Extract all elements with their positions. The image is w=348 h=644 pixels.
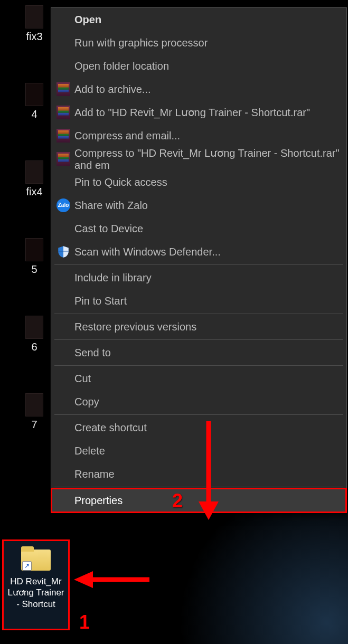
desktop-file-4[interactable]: 4: [16, 83, 53, 120]
shortcut-overlay-icon: ↗: [22, 561, 32, 571]
menu-delete[interactable]: Delete: [51, 439, 346, 462]
menu-cast-device[interactable]: Cast to Device: [51, 217, 346, 240]
winrar-icon: [57, 152, 70, 166]
menu-separator: [54, 264, 343, 265]
annotation-step-2: 2: [172, 490, 183, 512]
menu-rename[interactable]: Rename: [51, 462, 346, 486]
menu-add-archive[interactable]: Add to archive...: [51, 78, 346, 101]
menu-share-zalo[interactable]: Zalo Share with Zalo: [51, 194, 346, 217]
menu-separator: [54, 365, 343, 366]
desktop-file-label: 6: [31, 341, 37, 353]
file-thumbnail-icon: [25, 393, 43, 416]
file-thumbnail-icon: [25, 238, 43, 261]
folder-shortcut-icon: ↗: [20, 546, 52, 572]
menu-cut[interactable]: Cut: [51, 367, 346, 390]
annotation-step-1: 1: [79, 611, 90, 633]
desktop-file-fix3[interactable]: fix3: [16, 5, 53, 43]
annotation-arrow-left-icon: [73, 569, 152, 590]
menu-label: Compress to "HD Revit_Mr Lương Trainer -…: [74, 147, 346, 172]
file-thumbnail-icon: [25, 5, 43, 29]
menu-restore-versions[interactable]: Restore previous versions: [51, 315, 346, 338]
menu-separator: [54, 414, 343, 415]
menu-include-library[interactable]: Include in library: [51, 266, 346, 289]
menu-send-to[interactable]: Send to: [51, 341, 346, 364]
desktop-file-label: 4: [31, 108, 37, 120]
desktop-file-fix4[interactable]: fix4: [16, 160, 53, 198]
defender-shield-icon: [57, 245, 70, 259]
desktop-file-5[interactable]: 5: [16, 238, 53, 276]
desktop-file-label: 5: [31, 263, 37, 276]
file-thumbnail-icon: [25, 160, 43, 184]
shortcut-label: HD Revit_Mr Lương Trainer - Shortcut: [4, 576, 68, 610]
menu-open-location[interactable]: Open folder location: [51, 54, 346, 78]
menu-create-shortcut[interactable]: Create shortcut: [51, 416, 346, 439]
menu-separator: [54, 339, 343, 340]
menu-label: Scan with Windows Defender...: [74, 246, 221, 258]
menu-open[interactable]: Open: [51, 8, 346, 31]
context-menu: Open Run with graphics processor Open fo…: [51, 7, 347, 513]
winrar-icon: [57, 82, 70, 96]
menu-separator: [54, 487, 343, 487]
menu-scan-defender[interactable]: Scan with Windows Defender...: [51, 240, 346, 263]
svg-marker-3: [74, 571, 93, 588]
desktop-file-label: 7: [31, 419, 37, 431]
menu-label: Share with Zalo: [74, 200, 148, 212]
selected-shortcut[interactable]: ↗ HD Revit_Mr Lương Trainer - Shortcut: [2, 539, 70, 630]
menu-label: Add to archive...: [74, 83, 151, 96]
desktop-file-label: fix3: [26, 31, 42, 43]
zalo-icon: Zalo: [57, 198, 70, 212]
winrar-icon: [57, 106, 70, 119]
menu-copy[interactable]: Copy: [51, 390, 346, 413]
menu-separator: [54, 314, 343, 314]
menu-compress-named[interactable]: Compress to "HD Revit_Mr Lương Trainer -…: [51, 147, 346, 171]
winrar-icon: [57, 129, 70, 143]
file-thumbnail-icon: [25, 83, 43, 106]
menu-pin-start[interactable]: Pin to Start: [51, 289, 346, 312]
menu-label: Compress and email...: [74, 130, 180, 142]
menu-properties[interactable]: Properties: [51, 488, 346, 513]
file-thumbnail-icon: [25, 316, 43, 339]
desktop-file-7[interactable]: 7: [16, 393, 53, 431]
menu-add-named-rar[interactable]: Add to "HD Revit_Mr Lương Trainer - Shor…: [51, 101, 346, 124]
desktop-file-6[interactable]: 6: [16, 316, 53, 353]
menu-run-gpu[interactable]: Run with graphics processor: [51, 31, 346, 54]
desktop-icons-column: fix3 4 fix4 5 6 7: [16, 0, 53, 447]
desktop-file-label: fix4: [26, 186, 42, 198]
menu-compress-email[interactable]: Compress and email...: [51, 124, 346, 147]
menu-pin-quick-access[interactable]: Pin to Quick access: [51, 171, 346, 194]
menu-label: Add to "HD Revit_Mr Lương Trainer - Shor…: [74, 106, 310, 119]
